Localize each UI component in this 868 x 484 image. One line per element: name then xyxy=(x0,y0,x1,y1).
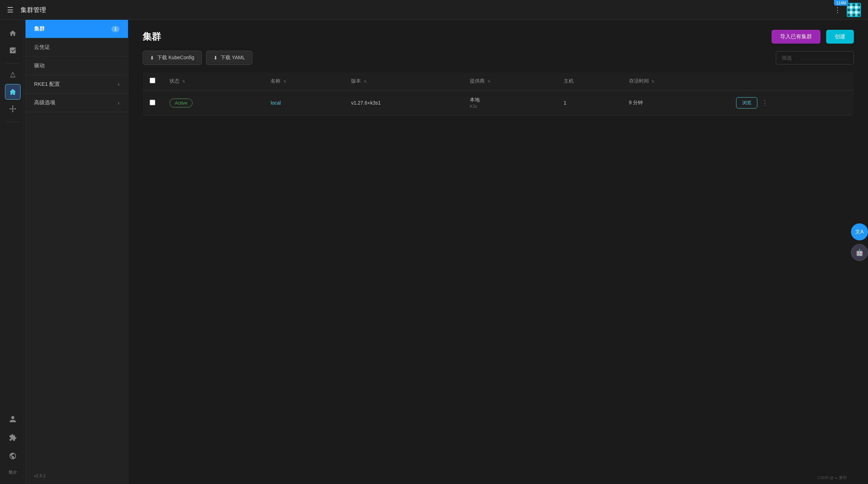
svg-point-27 xyxy=(12,111,13,112)
svg-point-25 xyxy=(12,108,13,110)
download-icon-1: ⬇ xyxy=(150,55,154,61)
header-dots-icon[interactable]: ⋮ xyxy=(834,6,841,14)
svg-rect-9 xyxy=(858,6,860,9)
header-buttons: 导入已有集群 创建 xyxy=(772,30,854,44)
content-header: 集群 导入已有集群 创建 xyxy=(128,20,868,51)
svg-point-28 xyxy=(9,108,11,110)
row-checkbox[interactable] xyxy=(150,100,155,105)
avatar[interactable] xyxy=(847,3,861,17)
import-button[interactable]: 导入已有集群 xyxy=(772,30,820,44)
cluster-link[interactable]: local xyxy=(271,100,281,106)
sidebar-item-driver[interactable]: 驱动 xyxy=(26,57,128,75)
svg-rect-7 xyxy=(852,6,855,9)
cluster-table: 状态 ⇅ 名称 ⇅ 版本 ⇅ 提供商 ⇅ xyxy=(143,72,854,116)
browse-button[interactable]: 浏览 xyxy=(736,97,757,109)
sidebar-item-user[interactable] xyxy=(5,411,21,427)
svg-rect-18 xyxy=(855,11,858,13)
translate-icon: 文A xyxy=(855,229,863,235)
filter-input[interactable] xyxy=(776,51,854,65)
svg-rect-16 xyxy=(850,11,852,13)
select-all-col xyxy=(143,72,162,90)
corner-badge: 114M xyxy=(834,0,848,6)
svg-rect-12 xyxy=(852,9,855,11)
content-toolbar: ⬇ 下载 KubeConfig ⬇ 下载 YAML xyxy=(128,51,868,72)
sidebar-item-puzzle[interactable] xyxy=(5,430,21,445)
svg-rect-24 xyxy=(858,13,860,16)
status-badge: Active xyxy=(169,99,193,107)
create-button[interactable]: 创建 xyxy=(826,30,854,44)
icon-sidebar: 简介 xyxy=(0,20,26,484)
uptime-cell: 9 分钟 xyxy=(622,90,729,116)
sidebar-item-network[interactable] xyxy=(5,101,21,117)
sidebar-item-house[interactable] xyxy=(5,84,21,100)
sidebar-item-cluster-label: 集群 xyxy=(34,26,45,32)
provider-name: 本地 xyxy=(470,97,550,103)
page-title: 集群 xyxy=(143,30,161,43)
svg-point-29 xyxy=(15,108,16,110)
version-col-header[interactable]: 版本 ⇅ xyxy=(344,72,463,90)
svg-rect-1 xyxy=(850,4,852,6)
intro-label[interactable]: 简介 xyxy=(7,467,18,478)
sidebar-item-cluster[interactable] xyxy=(5,43,21,58)
actions-col-header xyxy=(729,72,854,90)
hamburger-icon[interactable]: ☰ xyxy=(7,6,13,14)
sidebar-bottom: 简介 xyxy=(5,411,21,478)
svg-rect-23 xyxy=(855,13,858,16)
sidebar-item-cluster[interactable]: 集群 1 xyxy=(26,20,128,38)
svg-rect-13 xyxy=(855,9,858,11)
sidebar-version: v2.8.2 xyxy=(26,468,128,484)
sidebar-divider-2 xyxy=(6,122,20,122)
sidebar-item-globe[interactable] xyxy=(5,448,21,464)
translate-button[interactable]: 文A xyxy=(851,223,868,240)
sidebar-item-cloud-credential[interactable]: 云凭证 xyxy=(26,38,128,57)
svg-rect-21 xyxy=(850,13,852,16)
download-yaml-button[interactable]: ⬇ 下载 YAML xyxy=(206,51,252,65)
hosts-cell: 1 xyxy=(557,90,622,116)
name-sort-icon: ⇅ xyxy=(283,79,286,83)
sidebar-divider-1 xyxy=(6,63,20,63)
provider-sort-icon: ⇅ xyxy=(488,79,490,83)
main-content: 集群 导入已有集群 创建 ⬇ 下载 KubeConfig ⬇ 下载 YAML xyxy=(128,20,868,484)
download-kubeconfig-button[interactable]: ⬇ 下载 KubeConfig xyxy=(143,51,202,65)
main-layout: 简介 集群 1 云凭证 驱动 RKE1 配置 › 高级选项 › v2.8.2 集… xyxy=(0,20,868,484)
toolbar-left: ⬇ 下载 KubeConfig ⬇ 下载 YAML xyxy=(143,51,252,65)
sidebar-item-sail[interactable] xyxy=(5,67,21,83)
svg-point-26 xyxy=(12,106,13,107)
uptime-col-header[interactable]: 存活时间 ⇅ xyxy=(622,72,729,90)
version-cell: v1.27.6+k3s1 xyxy=(344,90,463,116)
svg-rect-4 xyxy=(858,4,860,6)
cluster-badge: 1 xyxy=(111,26,119,32)
svg-rect-11 xyxy=(850,9,852,11)
status-col-header[interactable]: 状态 ⇅ xyxy=(162,72,263,90)
cloud-credential-label: 云凭证 xyxy=(34,44,50,51)
download-icon-2: ⬇ xyxy=(213,55,218,61)
bot-icon: 🤖 xyxy=(856,249,863,256)
row-actions: 浏览 ⋮ xyxy=(736,97,847,109)
version-sort-icon: ⇅ xyxy=(364,79,367,83)
sidebar-item-advanced[interactable]: 高级选项 › xyxy=(26,94,128,112)
rke1-label: RKE1 配置 xyxy=(34,81,60,88)
bot-button[interactable]: 🤖 xyxy=(851,244,868,261)
status-cell: Active xyxy=(162,90,263,116)
advanced-chevron-icon: › xyxy=(118,100,119,106)
rke1-chevron-icon: › xyxy=(118,81,119,88)
advanced-label: 高级选项 xyxy=(34,99,55,106)
svg-rect-5 xyxy=(847,6,850,9)
svg-rect-17 xyxy=(852,11,855,13)
uptime-sort-icon: ⇅ xyxy=(651,79,654,83)
secondary-sidebar: 集群 1 云凭证 驱动 RKE1 配置 › 高级选项 › v2.8.2 xyxy=(26,20,128,484)
driver-label: 驱动 xyxy=(34,62,45,69)
sidebar-item-rke1[interactable]: RKE1 配置 › xyxy=(26,75,128,94)
header-title: 集群管理 xyxy=(21,6,834,14)
select-all-checkbox[interactable] xyxy=(150,78,155,83)
table-header-row: 状态 ⇅ 名称 ⇅ 版本 ⇅ 提供商 ⇅ xyxy=(143,72,854,90)
provider-sub: K3s xyxy=(470,104,550,109)
svg-rect-14 xyxy=(858,9,860,11)
sidebar-item-home[interactable] xyxy=(5,26,21,41)
provider-col-header[interactable]: 提供商 ⇅ xyxy=(463,72,557,90)
row-dots-button[interactable]: ⋮ xyxy=(762,99,768,107)
svg-rect-3 xyxy=(855,4,858,6)
name-col-header[interactable]: 名称 ⇅ xyxy=(263,72,344,90)
svg-rect-8 xyxy=(855,6,858,9)
table-row: Active local v1.27.6+k3s1 本地 K3s 1 xyxy=(143,90,854,116)
